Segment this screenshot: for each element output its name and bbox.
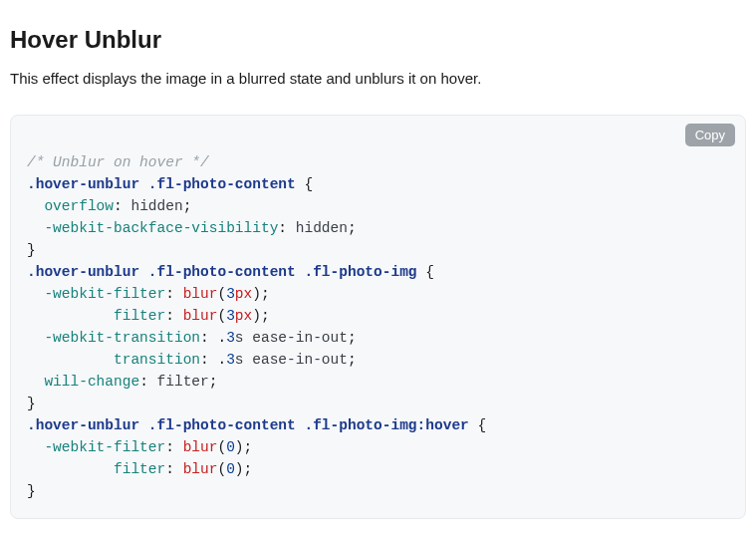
code-content: /* Unblur on hover */ .hover-unblur .fl-… [27,151,729,502]
code-block: Copy /* Unblur on hover */ .hover-unblur… [10,115,746,519]
section-description: This effect displays the image in a blur… [10,68,746,91]
section-heading: Hover Unblur [10,26,746,54]
copy-button[interactable]: Copy [685,124,735,146]
